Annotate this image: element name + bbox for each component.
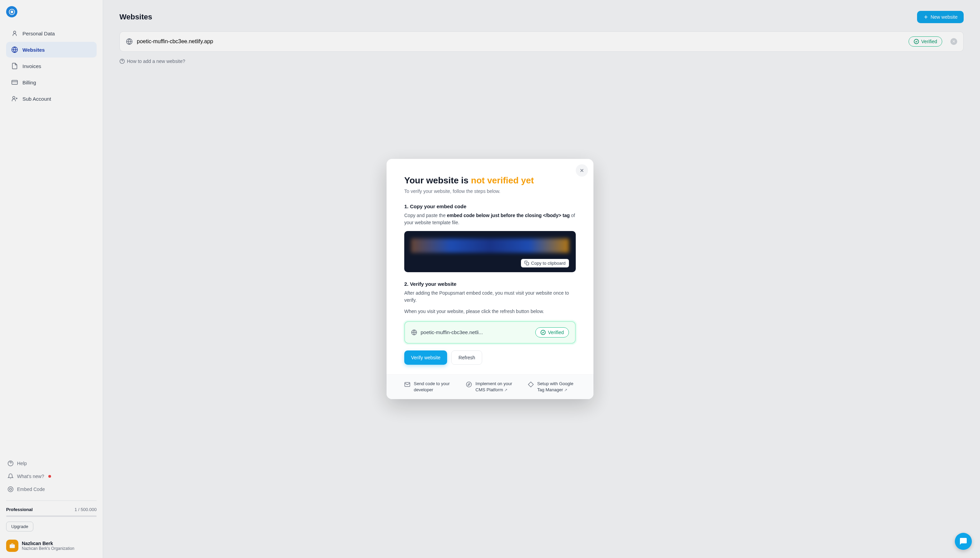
external-link-icon: ↗ <box>564 388 567 392</box>
verify-modal: Your website is not verified yet To veri… <box>387 159 593 399</box>
compass-icon <box>466 381 472 387</box>
blurred-code <box>411 238 569 253</box>
mail-icon <box>404 381 410 387</box>
globe-icon <box>411 329 417 335</box>
verify-status-box: poetic-muffin-cbc3ee.netli... Verified <box>404 321 576 344</box>
gtm-link[interactable]: Setup with Google Tag Manager ↗ <box>528 381 576 393</box>
modal-overlay: Your website is not verified yet To veri… <box>0 0 980 558</box>
step2-desc1: After adding the Popupsmart embed code, … <box>404 290 576 304</box>
modal-subtitle: To verify your website, follow the steps… <box>404 189 576 194</box>
verify-website-button[interactable]: Verify website <box>404 350 447 365</box>
step2-desc2: When you visit your website, please clic… <box>404 308 576 315</box>
svg-rect-10 <box>526 263 529 265</box>
send-developer-link[interactable]: Send code to your developer <box>404 381 452 393</box>
close-button[interactable] <box>576 164 588 177</box>
send-developer-label: Send code to your developer <box>414 381 452 393</box>
refresh-button[interactable]: Refresh <box>451 350 482 365</box>
verify-url: poetic-muffin-cbc3ee.netli... <box>420 329 483 335</box>
verified-label: Verified <box>548 330 564 335</box>
close-icon <box>579 168 584 173</box>
step1-title: 1. Copy your embed code <box>404 204 576 209</box>
svg-point-14 <box>466 382 472 387</box>
modal-title: Your website is not verified yet <box>404 175 576 186</box>
gtm-label: Setup with Google Tag Manager <box>537 381 573 392</box>
verified-badge: Verified <box>535 327 569 338</box>
embed-code-block: Copy to clipboard <box>404 231 576 272</box>
chat-widget[interactable] <box>955 533 972 550</box>
copy-icon <box>524 261 529 265</box>
chat-icon <box>959 537 967 545</box>
copy-clipboard-button[interactable]: Copy to clipboard <box>521 259 569 268</box>
step2-title: 2. Verify your website <box>404 281 576 287</box>
external-link-icon: ↗ <box>504 388 507 392</box>
copy-label: Copy to clipboard <box>531 261 566 266</box>
gtm-icon <box>528 381 534 387</box>
cms-platform-link[interactable]: Implement on your CMS Platform ↗ <box>466 381 514 393</box>
step1-description: Copy and paste the embed code below just… <box>404 212 576 226</box>
